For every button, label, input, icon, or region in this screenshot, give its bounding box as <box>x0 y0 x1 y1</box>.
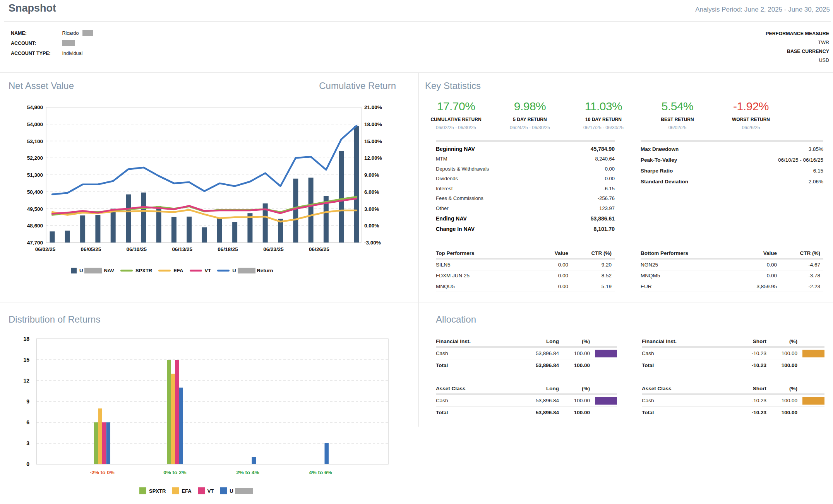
legend-label: EFA <box>173 268 183 273</box>
stat-value: 5.54% <box>641 100 714 113</box>
table-header: Top PerformersValueCTR (%) <box>436 248 615 256</box>
table-row: Other123.97 <box>436 203 615 214</box>
row-label: Max Drawdown <box>641 146 809 152</box>
right-axis-tick: 6.00% <box>364 189 379 195</box>
nav-bar <box>217 218 222 243</box>
instrument-name: NGN25 <box>641 262 732 268</box>
row-label: Peak-To-Valley <box>641 157 778 163</box>
column-header: Short <box>724 386 766 391</box>
bar-slot <box>590 350 617 357</box>
row-label: Beginning NAV <box>436 146 591 152</box>
allocation-value: 53,896.84 <box>516 350 559 356</box>
table-total-row: Total53,896.84100.00 <box>436 407 617 418</box>
legend-item: UNAV <box>71 268 114 273</box>
page-title: Snapshot <box>9 2 56 14</box>
table-row: MTM8,240.64 <box>436 154 615 164</box>
table-row: NGN250.00-4.67 <box>641 260 823 270</box>
left-axis-tick: 54,900 <box>27 104 43 110</box>
base-currency-label: BASE CURRENCY <box>766 47 829 56</box>
legend-square-swatch <box>172 487 179 494</box>
column-header: Value <box>524 250 568 256</box>
left-axis-tick: 52,200 <box>27 155 43 161</box>
column-header: Asset Class <box>642 386 724 391</box>
table-row: Dividends0.00 <box>436 174 615 184</box>
table-header: Financial Inst.Long(%) <box>436 336 617 344</box>
row-value: 8,101.70 <box>594 226 615 232</box>
allocation-table-asset-long: Asset ClassLong(%)Cash53,896.84100.00Tot… <box>436 383 617 418</box>
stat-cumulative-return: 17.70%CUMULATIVE RETURN06/02/25 - 06/30/… <box>419 100 493 130</box>
redacted-text <box>235 488 253 494</box>
allocation-table-financial-long: Financial Inst.Long(%)Cash53,896.84100.0… <box>436 336 617 371</box>
y-axis-tick: 3 <box>26 440 29 446</box>
panel-divider <box>418 73 419 427</box>
dist-bar-spxtr <box>94 422 98 464</box>
legend-line-swatch <box>120 270 133 272</box>
allocation-title: Allocation <box>436 314 476 325</box>
legend-square-swatch <box>139 487 146 494</box>
row-value: 0.00 <box>605 166 615 172</box>
x-axis-tick: 06/02/25 <box>35 246 56 252</box>
redacted-text <box>62 40 75 46</box>
dist-bar-efa <box>98 408 103 464</box>
allocation-table-financial-short: Financial Inst.Short(%)Cash-10.23100.00T… <box>642 336 824 371</box>
allocation-name: Cash <box>436 350 516 356</box>
legend-item: SPXTR <box>120 268 152 273</box>
table-header: Asset ClassShort(%) <box>642 383 824 391</box>
instrument-value: 0.00 <box>732 262 777 268</box>
row-value: 06/10/25 - 06/16/25 <box>778 157 823 163</box>
stat-value: 11.03% <box>567 100 640 113</box>
column-header: (%) <box>559 338 590 344</box>
dist-bar-u <box>179 388 183 464</box>
allocation-name: Cash <box>642 350 724 356</box>
column-header: (%) <box>766 338 797 344</box>
account-label: ACCOUNT: <box>11 41 60 46</box>
table-header: Bottom PerformersValueCTR (%) <box>641 248 823 256</box>
table-row: EUR3,859.95-2.23 <box>641 281 823 292</box>
row-label: Ending NAV <box>436 215 591 222</box>
left-axis-tick: 51,300 <box>27 172 43 178</box>
left-axis-tick: 54,000 <box>27 121 43 127</box>
left-axis-tick: 48,600 <box>27 223 43 229</box>
row-value: 8,240.64 <box>595 156 615 162</box>
legend-label: U <box>79 268 83 273</box>
nav-bar <box>309 178 314 243</box>
column-header: CTR (%) <box>568 250 615 256</box>
table-row: MNQU50.005.19 <box>436 281 615 292</box>
table-row: Cash-10.23100.00 <box>642 348 824 359</box>
header-divider <box>4 21 831 22</box>
legend-label: VT <box>205 268 211 273</box>
bottom-performers-table: Bottom PerformersValueCTR (%)NGN250.00-4… <box>641 248 823 292</box>
instrument-ctr: 5.19 <box>568 284 615 289</box>
nav-bar <box>232 222 237 243</box>
account-type-value: Individual <box>62 51 82 56</box>
x-axis-tick: 06/26/25 <box>309 246 329 252</box>
dist-bar-u <box>106 422 111 464</box>
row-value: 123.97 <box>599 205 615 211</box>
snapshot-report: Snapshot Analysis Period: June 2, 2025 -… <box>0 0 833 504</box>
stat-label: WORST RETURN <box>714 117 788 122</box>
stat-dates: 06/24/25 - 06/30/25 <box>493 125 567 130</box>
allocation-pct: 100.00 <box>559 398 590 403</box>
column-header: Long <box>516 386 559 391</box>
table-total-row: Total-10.23100.00 <box>642 407 824 418</box>
column-header: CTR (%) <box>777 250 823 256</box>
base-currency-value: USD <box>766 56 829 65</box>
distribution-chart-legend: SPXTREFAVTU <box>139 487 261 494</box>
nav-summary-table: Beginning NAV45,784.90MTM8,240.64Deposit… <box>436 144 615 234</box>
table-row: Deposits & Withdrawals0.00 <box>436 164 615 174</box>
instrument-ctr: -3.78 <box>777 273 823 278</box>
row-value: -6.15 <box>603 186 615 191</box>
total-label: Total <box>436 362 516 368</box>
category-label: -2% to 0% <box>90 470 115 475</box>
nav-bar <box>65 231 70 243</box>
legend-label: U <box>232 268 236 273</box>
right-axis-tick: 21.00% <box>364 104 382 110</box>
legend-line-swatch <box>190 270 202 272</box>
instrument-name: SILN5 <box>436 262 524 268</box>
table-row: Cash53,896.84100.00 <box>436 348 617 359</box>
legend-label: EFA <box>182 488 191 494</box>
allocation-bar <box>802 397 824 405</box>
row-label: Dividends <box>436 176 605 181</box>
row-label: Sharpe Ratio <box>641 168 813 174</box>
stat-best-return: 5.54%BEST RETURN06/02/25 <box>641 100 714 130</box>
